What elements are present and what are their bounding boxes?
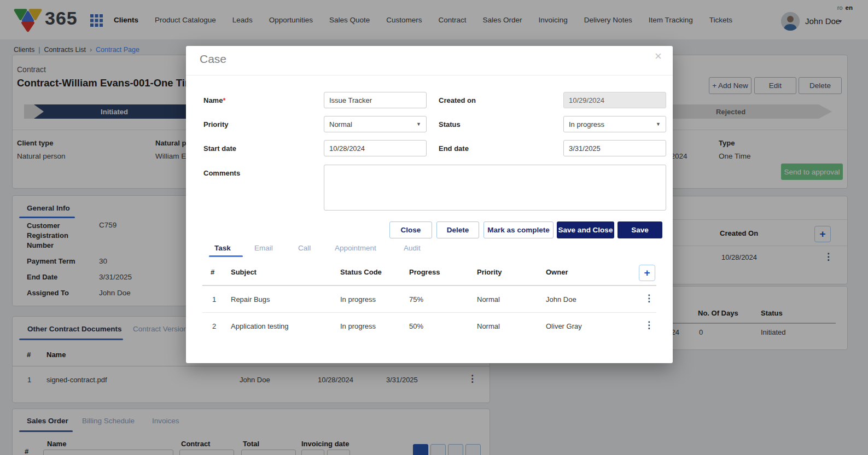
dropdown-caret-icon: ▼ bbox=[656, 121, 661, 127]
task-num: 2 bbox=[212, 322, 216, 330]
task-col-owner: Owner bbox=[546, 268, 568, 276]
priority-value: Normal bbox=[329, 120, 352, 129]
name-input[interactable] bbox=[324, 92, 427, 108]
end-date-label: End date bbox=[439, 144, 469, 153]
start-date-label: Start date bbox=[203, 144, 236, 153]
task-col-status: Status Code bbox=[340, 268, 382, 276]
task-col-num: # bbox=[211, 268, 214, 276]
name-label-text: Name bbox=[203, 96, 223, 104]
task-col-priority: Priority bbox=[477, 268, 502, 276]
mark-as-complete-button[interactable]: Mark as complete bbox=[483, 221, 554, 238]
created-on-label: Created on bbox=[439, 96, 476, 104]
status-value: In progress bbox=[569, 120, 604, 129]
task-subject: Application testing bbox=[231, 322, 289, 330]
priority-select[interactable]: Normal ▼ bbox=[324, 116, 427, 132]
task-priority: Normal bbox=[477, 322, 500, 330]
case-modal: Case × Name* Created on Priority Normal … bbox=[186, 46, 673, 363]
task-progress: 50% bbox=[409, 322, 423, 330]
required-asterisk: * bbox=[223, 96, 225, 104]
dropdown-caret-icon: ▼ bbox=[416, 121, 421, 127]
tab-appointment[interactable]: Appointment bbox=[335, 244, 376, 252]
end-date-input[interactable] bbox=[563, 140, 666, 156]
close-icon[interactable]: × bbox=[655, 49, 662, 63]
app-window: 365 Clients Product Catalogue Leads Oppo… bbox=[0, 0, 868, 455]
task-subject: Repair Bugs bbox=[231, 295, 270, 304]
tab-email[interactable]: Email bbox=[254, 244, 273, 252]
task-status: In progress bbox=[340, 295, 376, 304]
task-col-subject: Subject bbox=[231, 268, 257, 276]
save-and-close-button[interactable]: Save and Close bbox=[557, 221, 614, 238]
tab-task[interactable]: Task bbox=[214, 244, 231, 252]
kebab-menu-icon[interactable]: ⋮ bbox=[644, 294, 654, 303]
modal-delete-button[interactable]: Delete bbox=[436, 221, 479, 238]
tab-audit[interactable]: Audit bbox=[404, 244, 421, 252]
name-label: Name* bbox=[203, 96, 225, 104]
status-select[interactable]: In progress ▼ bbox=[563, 116, 666, 132]
created-on-input bbox=[563, 92, 666, 108]
kebab-menu-icon[interactable]: ⋮ bbox=[644, 320, 654, 330]
priority-label: Priority bbox=[203, 120, 229, 129]
task-owner: Oliver Gray bbox=[546, 322, 582, 330]
tab-call[interactable]: Call bbox=[298, 244, 311, 252]
task-status: In progress bbox=[340, 322, 376, 330]
status-label: Status bbox=[439, 120, 461, 129]
save-button[interactable]: Save bbox=[617, 221, 662, 238]
task-owner: John Doe bbox=[546, 295, 576, 304]
start-date-input[interactable] bbox=[324, 140, 427, 156]
task-progress: 75% bbox=[409, 295, 423, 304]
comments-label: Comments bbox=[203, 169, 240, 177]
task-num: 1 bbox=[212, 295, 216, 304]
modal-title: Case bbox=[200, 52, 226, 66]
comments-textarea[interactable] bbox=[324, 165, 666, 211]
add-task-button[interactable]: + bbox=[639, 265, 655, 281]
task-priority: Normal bbox=[477, 295, 500, 304]
task-col-progress: Progress bbox=[409, 268, 440, 276]
modal-close-button[interactable]: Close bbox=[389, 221, 432, 238]
